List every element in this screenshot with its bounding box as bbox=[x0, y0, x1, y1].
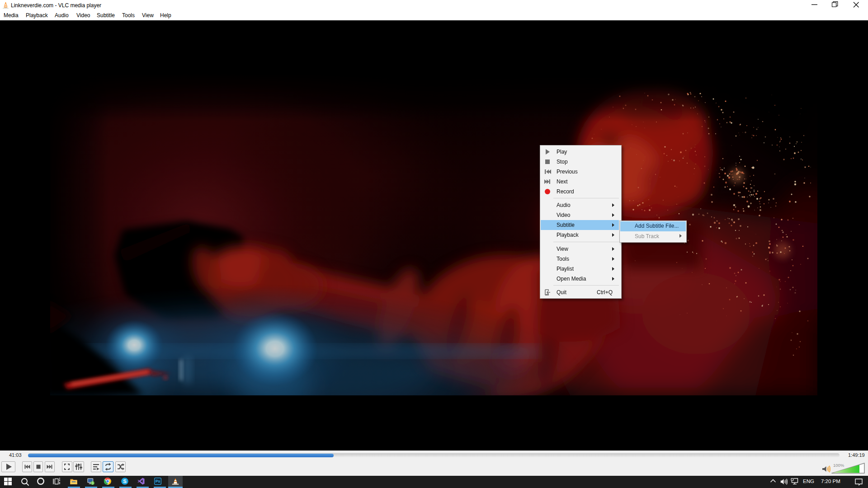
svg-text:S: S bbox=[123, 479, 127, 484]
svg-text:Ps: Ps bbox=[156, 479, 160, 483]
